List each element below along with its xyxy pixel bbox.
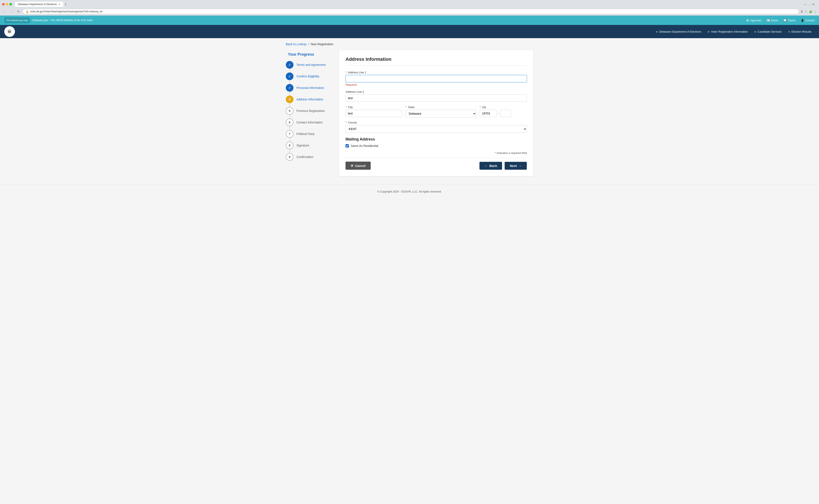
zip-dash: - — [498, 112, 499, 115]
zip-main-input[interactable] — [480, 110, 497, 117]
main-navigation: ▶ Delaware Department of Elections ▶ Vot… — [653, 26, 815, 37]
nav-candidate-services[interactable]: ▶ Candidate Services — [751, 26, 785, 37]
progress-steps: ✓ Terms and Agreement ✓ Confirm Eligibil… — [286, 61, 333, 161]
state-label: * State — [405, 106, 476, 109]
browser-navigation: ← → ↻ 🔒 ivote.de.gov/VoterView/registran… — [2, 8, 817, 15]
topics-link[interactable]: 💬 Topics — [783, 19, 796, 22]
back-button[interactable]: ← Back — [480, 162, 502, 170]
step-5-label: Previous Registration — [296, 109, 325, 113]
agencies-link[interactable]: 🏛 Agencies — [746, 19, 761, 22]
logo-alt-text: The Delaware.gov logo — [6, 19, 28, 22]
news-link[interactable]: 📰 News — [767, 19, 778, 22]
step-1-circle: ✓ — [286, 61, 293, 69]
step-4-label: Address Information — [296, 98, 323, 101]
step-8: 8 Signature — [286, 142, 333, 149]
state-group: * State Delaware Alabama Alaska Arizona … — [405, 106, 476, 117]
county-group: * County KENT NEW CASTLE SUSSEX — [345, 121, 527, 133]
county-label: * County — [345, 121, 527, 124]
step-2-circle: ✓ — [286, 72, 293, 80]
step-3: ✓ Personal Information — [286, 84, 333, 92]
progress-sidebar: Your Progress ✓ Terms and Agreement ✓ Co… — [286, 50, 333, 167]
nav-election-results[interactable]: ▶ Election Results — [785, 26, 815, 37]
step-6: 6 Contact Information — [286, 119, 333, 126]
refresh-button[interactable]: ↻ — [16, 9, 21, 14]
zip-label: * Zip — [480, 106, 527, 109]
cancel-button[interactable]: ⊘ Cancel — [345, 162, 371, 170]
required-note: * Indicates a required field — [345, 151, 527, 155]
window-maximize-icon[interactable]: ⬜ — [808, 3, 811, 6]
site-logo-area: The Delaware.gov logo Delaware.gov - The… — [4, 17, 93, 23]
site-top-bar: The Delaware.gov logo Delaware.gov - The… — [0, 16, 819, 25]
progress-title: Your Progress — [286, 52, 333, 57]
step-3-label: Personal Information — [296, 86, 324, 90]
county-select[interactable]: KENT NEW CASTLE SUSSEX — [345, 125, 527, 133]
address-line1-input[interactable] — [345, 75, 527, 82]
page-layout: Your Progress ✓ Terms and Agreement ✓ Co… — [286, 50, 533, 176]
forward-button[interactable]: → — [9, 9, 14, 14]
contact-link[interactable]: 📱 Contact — [801, 19, 815, 22]
right-actions: ← Back Next → — [480, 162, 527, 170]
share-icon[interactable]: ⬆ — [801, 10, 803, 13]
address-line2-label: Address Line 2 — [345, 90, 527, 93]
nav-department[interactable]: ▶ Delaware Department of Elections — [653, 26, 705, 37]
step-3-circle: ✓ — [286, 84, 293, 92]
zip-input-row: - — [480, 110, 527, 117]
step-6-circle: 6 — [286, 119, 293, 126]
form-card: Address Information * Address Line 1 Req… — [339, 50, 533, 176]
back-button[interactable]: ← — [2, 9, 7, 14]
same-as-residential-checkbox[interactable] — [345, 144, 349, 148]
step-5-circle: 5 — [286, 107, 293, 115]
state-select[interactable]: Delaware Alabama Alaska Arizona Arkansas… — [405, 110, 476, 117]
browser-tab[interactable]: Delaware Department of Elections ✕ — [15, 2, 63, 7]
browser-window-controls — [2, 3, 12, 6]
step-5: 5 Previous Registration — [286, 107, 333, 115]
tab-close-icon[interactable]: ✕ — [58, 3, 60, 6]
window-close-icon[interactable]: ✕ — [812, 3, 815, 6]
close-dot[interactable] — [2, 3, 5, 6]
step-7-label: Political Party — [296, 132, 314, 136]
step-1: ✓ Terms and Agreement — [286, 61, 333, 69]
address-line1-error: Required — [345, 83, 527, 86]
step-6-label: Contact Information — [296, 121, 322, 124]
nav-voter-registration[interactable]: ▶ Voter Registration Information — [705, 26, 751, 37]
site-footer: © Copyright 2024 - ESSVR, LLC. All right… — [0, 185, 819, 198]
address-line2-input[interactable] — [345, 94, 527, 102]
topics-icon: 💬 — [783, 19, 787, 22]
browser-menu-icon[interactable]: ⋮ — [814, 10, 817, 13]
step-4: 4 Address Information — [286, 96, 333, 103]
step-7: 7 Political Party — [286, 130, 333, 138]
next-button[interactable]: Next → — [505, 162, 527, 170]
zip-group: * Zip - — [480, 106, 527, 117]
mailing-address-subtitle: Mailing Address — [345, 137, 527, 142]
extensions-icon[interactable]: 🧩 — [809, 10, 812, 13]
step-8-circle: 8 — [286, 142, 293, 149]
breadcrumb: Back to Lookup / New Registration — [286, 42, 533, 46]
lock-icon: 🔒 — [26, 10, 29, 13]
site-tagline: Delaware.gov - The Official Website of t… — [32, 19, 93, 22]
step-7-circle: 7 — [286, 130, 293, 138]
news-icon: 📰 — [767, 19, 770, 22]
page-content: Back to Lookup / New Registration Your P… — [281, 38, 538, 185]
minimize-dot[interactable] — [6, 3, 8, 6]
cancel-icon: ⊘ — [350, 164, 353, 168]
city-group: * City — [345, 106, 402, 117]
city-input[interactable] — [345, 110, 402, 117]
browser-toolbar: ⬆ ☆ 🧩 ⋮ — [801, 10, 817, 13]
maximize-dot[interactable] — [9, 3, 12, 6]
step-9-label: Confirmation — [296, 155, 313, 159]
step-2: ✓ Confirm Eligibility — [286, 72, 333, 80]
address-bar[interactable]: 🔒 ivote.de.gov/VoterView/registrant/newr… — [23, 9, 799, 14]
new-tab-button[interactable]: + — [65, 2, 67, 6]
back-to-lookup-link[interactable]: Back to Lookup — [286, 42, 306, 46]
same-as-residential-label[interactable]: Same As Residential — [350, 144, 378, 148]
window-minimize-icon[interactable]: — — [804, 3, 806, 6]
mailing-address-section: Mailing Address Same As Residential — [345, 137, 527, 148]
address-line1-label: * Address Line 1 — [345, 71, 527, 74]
site-shield-logo: 🏛 — [4, 26, 15, 37]
step-4-circle: 4 — [286, 96, 293, 103]
form-actions: ⊘ Cancel ← Back Next → — [345, 158, 527, 170]
browser-chrome: Delaware Department of Elections ✕ + — ⬜… — [0, 0, 819, 16]
zip-ext-input[interactable] — [500, 110, 511, 117]
bookmark-icon[interactable]: ☆ — [805, 10, 807, 13]
tab-title: Delaware Department of Elections — [18, 3, 57, 6]
